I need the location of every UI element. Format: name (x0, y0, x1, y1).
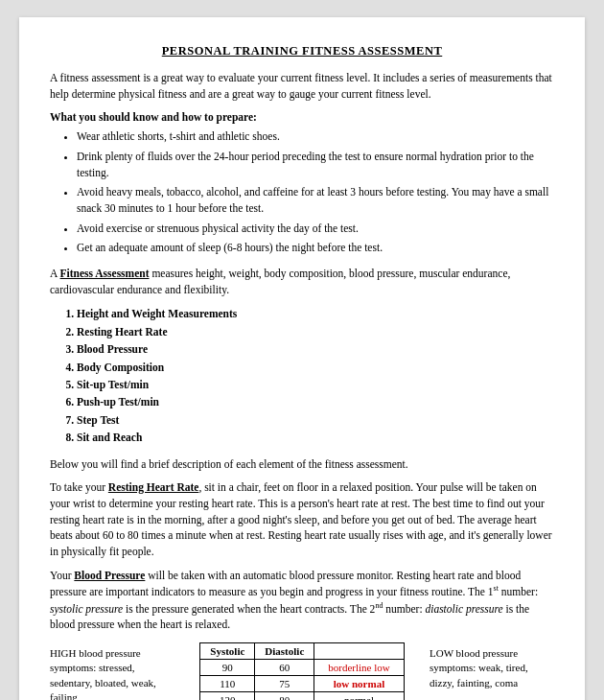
bp-high-note: HIGH blood pressure symptoms: stressed, … (50, 642, 174, 700)
diastolic-value: 80 (255, 691, 314, 700)
intro-text: A fitness assessment is a great way to e… (50, 70, 554, 102)
bp-table: Systolic Diastolic 90 60 borderline low … (199, 642, 404, 700)
bp-label: normal (314, 691, 404, 700)
diastolic-value: 60 (255, 659, 314, 675)
bp-low-note: LOW blood pressure symptoms: weak, tired… (430, 642, 554, 690)
fitness-assessment-para: A Fitness Assessment measures height, we… (50, 266, 554, 297)
prep-list: Wear athletic shorts, t-shirt and athlet… (77, 128, 554, 256)
list-item: Get an adequate amount of sleep (6-8 hou… (77, 240, 554, 256)
diastolic-value: 75 (255, 675, 314, 691)
table-row: 110 75 low normal (200, 675, 404, 691)
bp-table-wrapper: Systolic Diastolic 90 60 borderline low … (184, 642, 420, 700)
below-para: Below you will find a brief description … (50, 456, 554, 473)
col-header-diastolic: Diastolic (255, 642, 314, 659)
systolic-value: 110 (200, 675, 255, 691)
blood-pressure-table-section: HIGH blood pressure symptoms: stressed, … (50, 642, 554, 700)
systolic-value: 120 (200, 691, 255, 700)
blood-pressure-para: Your Blood Pressure will be taken with a… (50, 568, 554, 633)
list-item: Push-up Test/min (77, 393, 554, 410)
list-item: Step Test (77, 411, 554, 429)
list-item: Body Composition (77, 359, 554, 376)
bp-label: borderline low (314, 659, 404, 675)
list-item: Sit-up Test/min (77, 376, 554, 393)
bp-label: low normal (314, 675, 404, 691)
list-item: Blood Pressure (77, 340, 554, 358)
resting-heart-rate-para: To take your Resting Heart Rate, sit in … (50, 479, 554, 559)
list-item: Resting Heart Rate (77, 323, 554, 340)
systolic-value: 90 (200, 659, 255, 675)
table-row: 90 60 borderline low (200, 659, 404, 675)
table-row: 120 80 normal (200, 691, 404, 700)
list-item: Height and Weight Measurements (77, 305, 554, 322)
col-header-label (314, 642, 404, 659)
list-item: Sit and Reach (77, 429, 554, 446)
page: PERSONAL TRAINING FITNESS ASSESSMENT A f… (19, 17, 585, 700)
list-item: Avoid heavy meals, tobacco, alcohol, and… (77, 184, 554, 216)
col-header-systolic: Systolic (200, 642, 255, 659)
prepare-heading: What you should know and how to prepare: (50, 111, 554, 123)
list-item: Wear athletic shorts, t-shirt and athlet… (77, 128, 554, 145)
page-title: PERSONAL TRAINING FITNESS ASSESSMENT (50, 44, 554, 58)
list-item: Drink plenty of fluids over the 24-hour … (77, 149, 554, 180)
list-item: Avoid exercise or strenuous physical act… (77, 221, 554, 237)
measurements-list: Height and Weight Measurements Resting H… (77, 305, 554, 446)
